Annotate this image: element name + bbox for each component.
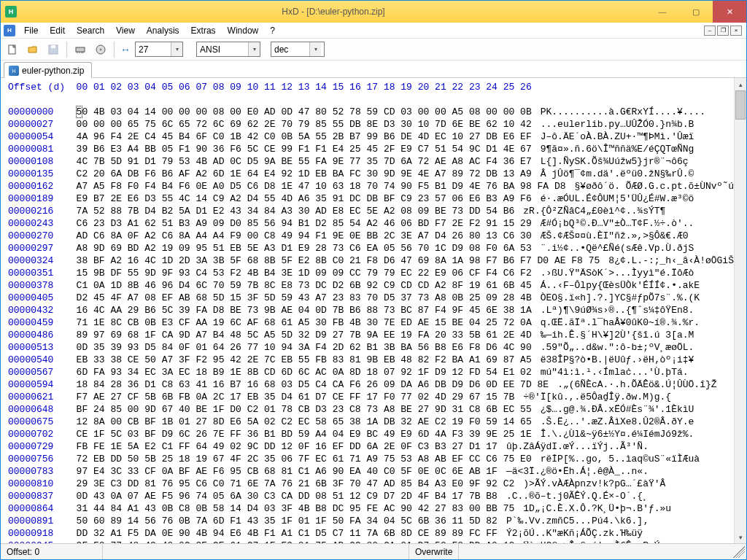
scrollbar-thumb[interactable] bbox=[735, 90, 746, 120]
menu-file[interactable]: File bbox=[18, 24, 44, 37]
tab-strip: H euler-python.zip bbox=[1, 61, 746, 78]
window-controls: — ▢ ✕ bbox=[646, 1, 746, 23]
menu-search[interactable]: Search bbox=[71, 24, 110, 37]
save-button[interactable] bbox=[44, 41, 62, 58]
mdi-minimize-button[interactable]: – bbox=[704, 26, 716, 36]
svg-rect-3 bbox=[76, 47, 85, 52]
ram-button[interactable] bbox=[71, 41, 89, 58]
file-icon: H bbox=[9, 66, 19, 76]
status-spacer bbox=[103, 544, 409, 559]
menu-bar: H File Edit Search View Analysis Extras … bbox=[1, 23, 746, 39]
resize-grip[interactable] bbox=[733, 546, 745, 558]
menu-help[interactable]: ? bbox=[264, 24, 281, 37]
file-tab[interactable]: H euler-python.zip bbox=[4, 62, 92, 78]
vertical-scrollbar[interactable]: ▴ ▾ bbox=[734, 78, 746, 543]
menu-edit[interactable]: Edit bbox=[44, 24, 71, 37]
menu-analysis[interactable]: Analysis bbox=[141, 24, 185, 37]
minimize-button[interactable]: — bbox=[646, 1, 679, 23]
charset-combo[interactable]: ▾ bbox=[196, 42, 260, 57]
bytes-per-row-combo[interactable]: ▾ bbox=[135, 42, 183, 57]
chevron-down-icon[interactable]: ▾ bbox=[171, 42, 182, 56]
tab-label: euler-python.zip bbox=[22, 66, 84, 76]
document-icon: H bbox=[4, 25, 15, 36]
open-button[interactable] bbox=[24, 41, 42, 58]
menu-view[interactable]: View bbox=[110, 24, 141, 37]
scroll-up-icon[interactable]: ▴ bbox=[735, 78, 746, 90]
numberbase-input[interactable] bbox=[271, 42, 309, 56]
mdi-restore-button[interactable]: ❐ bbox=[717, 26, 729, 36]
window-titlebar: H HxD - [D:\euler-python.zip] — ▢ ✕ bbox=[1, 1, 746, 23]
svg-rect-2 bbox=[51, 45, 55, 48]
close-button[interactable]: ✕ bbox=[713, 1, 746, 23]
status-bar: Offset: 0 Overwrite bbox=[1, 543, 746, 559]
window-title: HxD - [D:\euler-python.zip] bbox=[21, 7, 646, 17]
menu-window[interactable]: Window bbox=[222, 24, 265, 37]
app-icon: H bbox=[5, 6, 17, 18]
svg-point-9 bbox=[100, 48, 102, 50]
maximize-button[interactable]: ▢ bbox=[679, 1, 713, 23]
numberbase-combo[interactable]: ▾ bbox=[271, 42, 325, 57]
hex-view[interactable]: Offset (d) 00 01 02 03 04 05 06 07 08 09… bbox=[1, 78, 734, 543]
width-arrow-icon: ↔ bbox=[119, 44, 132, 55]
status-mode: Overwrite bbox=[409, 544, 459, 559]
toolbar: ↔ ▾ ▾ ▾ bbox=[1, 39, 746, 61]
chevron-down-icon[interactable]: ▾ bbox=[309, 42, 321, 56]
new-button[interactable] bbox=[4, 41, 21, 58]
chevron-down-icon[interactable]: ▾ bbox=[248, 42, 260, 56]
status-offset: Offset: 0 bbox=[1, 544, 103, 559]
mdi-controls: – ❐ × bbox=[704, 26, 742, 36]
bytes-per-row-input[interactable] bbox=[136, 42, 171, 56]
disk-button[interactable] bbox=[92, 41, 109, 58]
scroll-down-icon[interactable]: ▾ bbox=[735, 531, 746, 543]
charset-input[interactable] bbox=[197, 42, 248, 56]
menu-extras[interactable]: Extras bbox=[185, 24, 222, 37]
mdi-close-button[interactable]: × bbox=[730, 26, 742, 36]
